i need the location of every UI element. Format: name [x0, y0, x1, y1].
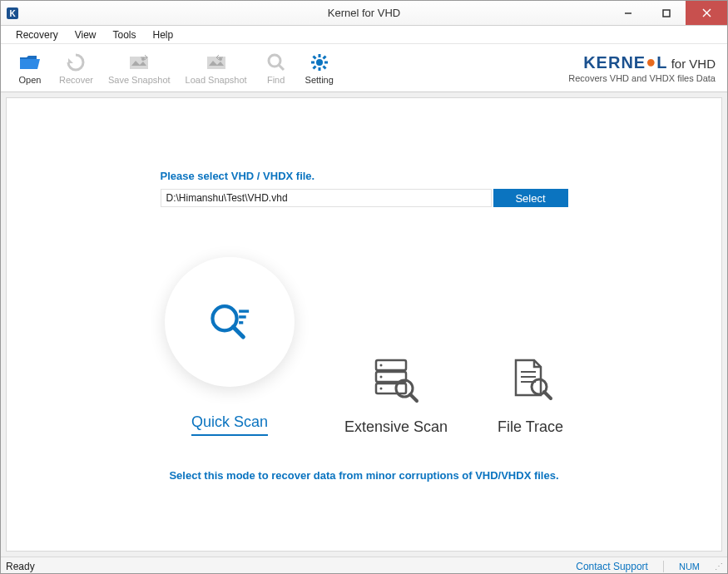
setting-icon	[308, 52, 331, 73]
mode-file-trace-label: File Trace	[498, 418, 563, 436]
resize-grip[interactable]: ⋰	[715, 562, 722, 571]
maximize-button[interactable]	[647, 1, 686, 25]
scan-modes: Quick Scan Extensive Scan File Trace	[165, 257, 563, 436]
content-panel: Please select VHD / VHDX file. Select Qu…	[6, 97, 722, 552]
brand-block: KERNE●L for VHD Recovers VHD and VHDX fi…	[568, 53, 719, 83]
recover-label: Recover	[59, 75, 93, 85]
svg-rect-6	[130, 57, 148, 69]
svg-text:K: K	[9, 9, 16, 18]
load-snapshot-icon	[205, 52, 228, 73]
svg-rect-8	[207, 57, 225, 69]
mode-extensive-scan[interactable]: Extensive Scan	[344, 355, 448, 436]
save-snapshot-label: Save Snapshot	[108, 75, 171, 85]
file-path-input[interactable]	[161, 189, 492, 207]
save-snapshot-button: Save Snapshot	[102, 48, 177, 88]
load-snapshot-button: Load Snapshot	[179, 48, 254, 88]
svg-point-12	[316, 59, 323, 66]
num-indicator: NUM	[679, 562, 700, 572]
svg-point-9	[219, 57, 222, 61]
svg-line-17	[313, 56, 315, 58]
main-area: Please select VHD / VHDX file. Select Qu…	[1, 92, 727, 557]
setting-label: Setting	[305, 75, 334, 85]
find-icon	[265, 52, 288, 73]
svg-point-29	[379, 364, 382, 367]
open-button[interactable]: Open	[9, 48, 51, 88]
mode-file-trace[interactable]: File Trace	[498, 355, 563, 436]
brand-suffix: for VHD	[667, 57, 716, 71]
svg-point-10	[269, 55, 280, 67]
status-text: Ready	[6, 561, 35, 572]
load-snapshot-label: Load Snapshot	[186, 75, 247, 85]
save-snapshot-icon	[127, 52, 151, 73]
svg-line-22	[233, 327, 243, 337]
menu-bar: Recovery View Tools Help	[1, 26, 727, 44]
minimize-button[interactable]	[609, 1, 647, 25]
status-bar: Ready Contact Support NUM ⋰	[1, 557, 727, 574]
menu-view[interactable]: View	[67, 27, 105, 42]
svg-line-33	[410, 394, 417, 401]
file-row: Select	[161, 189, 568, 207]
toolbar: Open Recover Save Snapshot Load Snapshot…	[1, 44, 727, 92]
close-button[interactable]	[686, 1, 727, 25]
svg-point-7	[141, 57, 145, 61]
recover-button: Recover	[52, 48, 100, 88]
svg-line-18	[323, 66, 325, 68]
menu-tools[interactable]: Tools	[104, 27, 144, 42]
mode-description: Select this mode to recover data from mi…	[169, 469, 558, 482]
file-trace-icon	[506, 355, 556, 405]
quick-scan-icon	[205, 297, 255, 347]
folder-open-icon	[18, 52, 42, 73]
extensive-scan-icon	[371, 355, 421, 405]
svg-point-31	[379, 388, 382, 390]
contact-support-link[interactable]: Contact Support	[576, 561, 648, 572]
title-bar: K Kernel for VHD	[1, 1, 727, 26]
file-prompt: Please select VHD / VHDX file.	[161, 170, 568, 182]
select-button[interactable]: Select	[493, 189, 568, 207]
find-label: Find	[267, 75, 285, 85]
menu-help[interactable]: Help	[145, 27, 182, 42]
mode-quick-scan-label: Quick Scan	[191, 413, 268, 436]
svg-line-20	[323, 56, 325, 58]
svg-point-30	[379, 376, 382, 379]
svg-line-38	[544, 392, 551, 398]
find-button: Find	[255, 48, 297, 88]
menu-recovery[interactable]: Recovery	[7, 27, 67, 42]
separator	[663, 561, 664, 572]
svg-line-11	[279, 65, 284, 70]
brand-tagline: Recovers VHD and VHDX files Data	[568, 73, 716, 83]
open-label: Open	[19, 75, 42, 85]
app-icon: K	[6, 7, 19, 20]
mode-quick-scan[interactable]: Quick Scan	[165, 257, 295, 436]
setting-button[interactable]: Setting	[299, 48, 340, 88]
mode-extensive-scan-label: Extensive Scan	[344, 418, 448, 436]
svg-rect-3	[663, 10, 670, 17]
recover-icon	[64, 52, 87, 73]
svg-line-19	[313, 66, 315, 68]
